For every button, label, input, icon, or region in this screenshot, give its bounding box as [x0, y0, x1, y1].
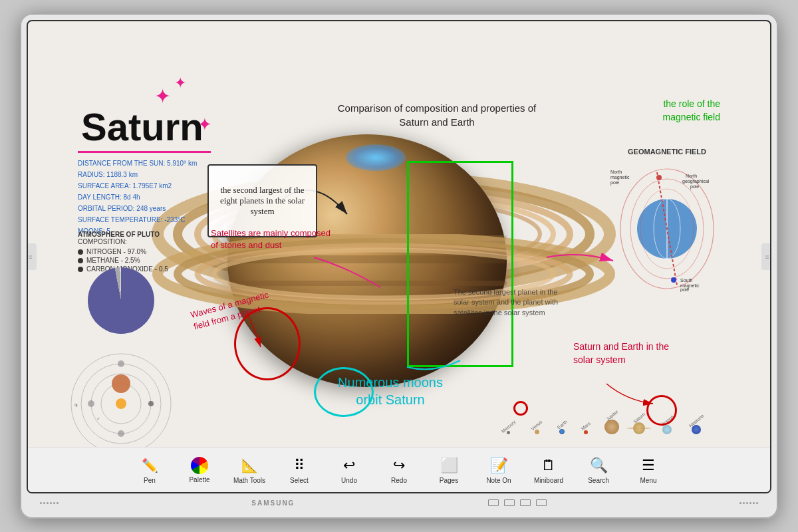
svg-point-11: [91, 374, 151, 434]
select-icon: ⠿: [290, 456, 309, 475]
svg-text:South: South: [680, 278, 692, 283]
star-decoration-3: ✦: [198, 114, 212, 135]
pen-label: Pen: [144, 477, 156, 484]
menu-icon: ☰: [639, 456, 658, 475]
saturn-title: Saturn: [81, 104, 203, 149]
svg-point-28: [620, 169, 714, 289]
svg-point-17: [88, 400, 94, 407]
svg-point-32: [656, 175, 662, 180]
magnetic-field-role: the role of the magnetic field: [640, 98, 720, 124]
toolbar-palette[interactable]: Palette: [183, 457, 216, 483]
bottom-icons: [488, 499, 547, 506]
atmosphere-pie-chart: [88, 267, 154, 334]
svg-point-29: [630, 179, 704, 279]
svg-point-9: [71, 354, 171, 454]
geomagnetic-field: GEOMAGNETIC FIELD North: [607, 148, 727, 294]
svg-text:North: North: [686, 174, 697, 178]
solar-planets-row: Mercury Venus Earth Mars: [500, 413, 740, 438]
noteon-icon: 📝: [489, 456, 508, 475]
toolbar-select[interactable]: ⠿ Select: [283, 456, 316, 484]
undo-label: Undo: [341, 477, 357, 484]
svg-point-12: [101, 384, 141, 424]
pages-icon: ⬜: [440, 456, 458, 475]
toolbar-pen[interactable]: ✏️ Pen: [133, 456, 166, 484]
geo-field-title: GEOMAGNETIC FIELD: [607, 148, 727, 156]
svg-point-7: [198, 246, 570, 302]
toolbar-math[interactable]: 📐 Math Tools: [233, 456, 266, 484]
pen-icon: ✏️: [140, 456, 159, 475]
screen-area: ≡ ≡: [27, 20, 771, 493]
svg-text:♂: ♂: [96, 416, 100, 421]
svg-point-16: [118, 430, 124, 437]
solar-system-diagram: ♄ ♂ ♃: [65, 347, 178, 460]
search-icon: 🔍: [589, 456, 608, 475]
svg-text:magnetic: magnetic: [680, 283, 700, 289]
star-decoration-1: ✦: [154, 84, 171, 108]
svg-point-15: [148, 401, 154, 406]
bottom-icon-4: [536, 499, 547, 506]
svg-point-14: [112, 374, 130, 393]
svg-point-25: [637, 199, 697, 259]
svg-point-30: [640, 189, 694, 269]
toolbar-noteon[interactable]: 📝 Note On: [482, 456, 515, 484]
planet-jupiter: Jupiter: [604, 413, 619, 434]
redo-label: Redo: [391, 477, 407, 484]
svg-point-10: [81, 364, 161, 444]
miniboard-icon: 🗒: [539, 456, 558, 475]
svg-text:geographical: geographical: [682, 179, 710, 184]
red-circle-saturn: [646, 395, 677, 426]
planet-saturn: Saturn: [632, 416, 646, 434]
toolbar-miniboard[interactable]: 🗒 Miniboard: [532, 456, 565, 484]
toolbar: ✏️ Pen Palette 📐 Math Tools ⠿ Select ↩ U…: [28, 447, 770, 492]
comparison-title: Comparison of composition and properties…: [327, 101, 547, 129]
palette-label: Palette: [189, 476, 209, 483]
math-label: Math Tools: [233, 477, 265, 484]
right-handle[interactable]: ≡: [761, 243, 771, 270]
bottom-icon-1: [488, 499, 499, 506]
left-handle[interactable]: ≡: [27, 243, 37, 270]
toolbar-undo[interactable]: ↩ Undo: [332, 456, 366, 484]
saturn-aurora: [346, 144, 406, 171]
planet-mars: Mars: [581, 424, 591, 434]
speaker-right: [739, 502, 758, 504]
math-icon: 📐: [240, 456, 259, 475]
svg-point-26: [654, 199, 680, 259]
bottom-icon-3: [520, 499, 531, 506]
palette-icon: [191, 457, 208, 474]
svg-line-31: [657, 172, 677, 285]
svg-point-18: [118, 360, 124, 367]
undo-icon: ↩: [340, 456, 358, 475]
planet-uranus: Uranus: [660, 418, 675, 434]
search-label: Search: [588, 477, 609, 484]
speaker-left: [40, 502, 59, 504]
pages-label: Pages: [440, 477, 458, 484]
toolbar-menu[interactable]: ☰ Menu: [632, 456, 665, 484]
select-label: Select: [290, 477, 309, 484]
svg-text:pole: pole: [680, 287, 689, 292]
svg-point-13: [116, 398, 126, 409]
device-frame: ≡ ≡: [20, 13, 778, 519]
toolbar-redo[interactable]: ↪ Redo: [382, 456, 416, 484]
saturn-underline: [78, 151, 211, 153]
svg-text:pole: pole: [690, 184, 699, 190]
star-decoration-2: ✦: [174, 74, 186, 92]
methane-line: METHANE - 2.5%: [86, 257, 140, 264]
toolbar-pages[interactable]: ⬜ Pages: [432, 456, 466, 484]
toolbar-search[interactable]: 🔍 Search: [582, 456, 615, 484]
svg-text:♃: ♃: [74, 403, 78, 408]
planet-mercury: Mercury: [500, 424, 517, 434]
planet-neptune: Neptune: [688, 418, 705, 434]
nitrogen-line: NITROGEN - 97.0%: [86, 248, 146, 255]
noteon-label: Note On: [486, 477, 511, 484]
saturn-earth-annotation: Saturn and Earth in the solar system: [573, 340, 680, 366]
device-bottom-bar: SAMSUNG: [27, 493, 771, 512]
green-box-annotation: [407, 161, 513, 367]
svg-point-33: [671, 277, 676, 283]
brand-label: SAMSUNG: [251, 499, 295, 507]
red-circle-mercury: [513, 401, 528, 416]
miniboard-label: Miniboard: [534, 477, 563, 484]
planet-venus: Venus: [530, 423, 543, 434]
bottom-icon-2: [504, 499, 515, 506]
menu-label: Menu: [640, 477, 656, 484]
planet-earth: Earth: [557, 422, 568, 434]
